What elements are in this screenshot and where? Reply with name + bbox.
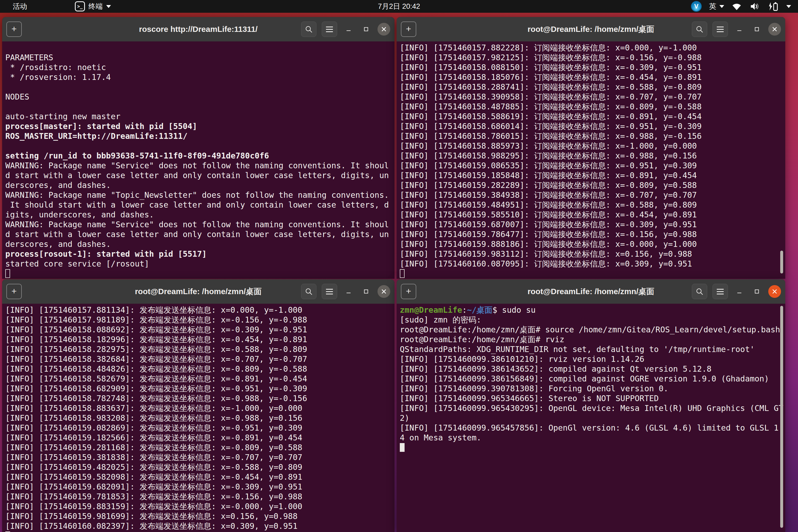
terminal-line <box>5 43 395 53</box>
terminal-line: zmn@DreamLife:~/桌面$ sudo su <box>400 305 785 315</box>
window-controls <box>301 21 390 37</box>
plus-icon: + <box>406 24 411 33</box>
menu-button[interactable] <box>322 21 337 37</box>
keyboard-layout-button[interactable]: 英 <box>709 2 724 11</box>
search-button[interactable] <box>301 21 317 37</box>
terminal-line: [INFO] [1751460159.983112]: 订阅端接收坐标信息: x… <box>400 249 785 259</box>
terminal-line: [INFO] [1751460159.585510]: 订阅端接收坐标信息: x… <box>400 210 785 220</box>
window-controls <box>692 21 781 37</box>
menu-button[interactable] <box>712 21 728 37</box>
terminal-app-icon: >_ <box>75 1 85 12</box>
terminal-line: setting /run_id to bbb93638-5741-11f0-8f… <box>5 151 395 160</box>
terminal-line: [INFO] [1751460158.582679]: 发布端发送坐标信息: x… <box>5 374 395 384</box>
menu-button[interactable] <box>712 284 728 299</box>
terminal-line: [INFO] [1751460158.390958]: 订阅端接收坐标信息: x… <box>400 92 785 102</box>
terminal-line: [INFO] [1751460158.088150]: 订阅端接收坐标信息: x… <box>400 62 785 72</box>
window-titlebar[interactable]: + root@DreamLife: /home/zmn/桌面 <box>397 17 785 41</box>
search-button[interactable] <box>301 284 317 299</box>
minimize-button[interactable] <box>733 285 745 298</box>
close-button[interactable] <box>768 23 781 36</box>
terminal-line: [INFO] [1751460099.386156849]: compiled … <box>400 374 785 384</box>
new-tab-button[interactable]: + <box>6 21 22 37</box>
terminal-line: derscores, and dashes. <box>5 180 395 190</box>
window-titlebar[interactable]: + root@DreamLife: /home/zmn/桌面 <box>2 279 395 304</box>
system-status-area[interactable] <box>732 1 791 12</box>
search-button[interactable] <box>692 21 707 37</box>
terminal-line: [INFO] [1751460159.582098]: 发布端发送坐标信息: x… <box>5 472 395 482</box>
search-icon <box>304 25 313 34</box>
terminal-line: [INFO] [1751460099.965457856]: OpenGl ve… <box>400 423 785 433</box>
chevron-down-icon <box>106 5 111 8</box>
terminal-line: [INFO] [1751460158.786015]: 订阅端接收坐标信息: x… <box>400 131 785 141</box>
terminal-line: [INFO] [1751460159.384938]: 订阅端接收坐标信息: x… <box>400 190 785 200</box>
window-title: root@DreamLife: /home/zmn/桌面 <box>135 286 262 297</box>
maximize-icon <box>754 288 760 295</box>
input-method-badge-icon[interactable]: V <box>691 1 702 12</box>
window-controls <box>692 284 781 299</box>
hamburger-menu-icon <box>717 26 724 32</box>
maximize-button[interactable] <box>751 285 763 298</box>
terminal-line <box>5 102 395 112</box>
terminal-line: [INFO] [1751460158.682909]: 发布端发送坐标信息: x… <box>5 384 395 394</box>
terminal-content[interactable]: zmn@DreamLife:~/桌面$ sudo su[sudo] zmn 的密… <box>397 304 785 532</box>
terminal-line: [INFO] [1751460159.182566]: 发布端发送坐标信息: x… <box>5 433 395 442</box>
window-titlebar[interactable]: + root@DreamLife: /home/zmn/桌面 <box>397 279 785 304</box>
hamburger-menu-icon <box>717 289 724 294</box>
terminal-line: root@DreamLife:/home/zmn/桌面# rviz <box>400 335 785 344</box>
terminal-line: [INFO] [1751460157.881134]: 发布端发送坐标信息: x… <box>5 305 395 315</box>
window-controls <box>301 284 390 299</box>
terminal-line: [INFO] [1751460158.883637]: 发布端发送坐标信息: x… <box>5 403 395 413</box>
terminal-line: [INFO] [1751460157.882228]: 订阅端接收坐标信息: x… <box>400 43 785 53</box>
menu-button[interactable] <box>322 284 337 299</box>
terminal-line: process[rosout-1]: started with pid [551… <box>5 249 395 259</box>
maximize-button[interactable] <box>360 23 372 35</box>
scrollbar[interactable] <box>780 251 783 273</box>
close-button[interactable] <box>378 285 390 298</box>
terminal-line: [INFO] [1751460158.988295]: 订阅端接收坐标信息: x… <box>400 151 785 160</box>
terminal-cursor <box>400 443 404 452</box>
volume-icon <box>750 2 760 11</box>
terminal-content[interactable]: [INFO] [1751460157.882228]: 订阅端接收坐标信息: x… <box>397 41 785 279</box>
window-shell-rviz: + root@DreamLife: /home/zmn/桌面 zmn@Dream… <box>397 279 785 532</box>
terminal-line: [INFO] [1751460157.981189]: 发布端发送坐标信息: x… <box>5 315 395 325</box>
close-button[interactable] <box>768 285 781 298</box>
search-icon <box>304 287 313 296</box>
terminal-line: [INFO] [1751460099.965346665]: Stereo is… <box>400 394 785 403</box>
gnome-top-bar: 活动 >_ 终端 7月2日 20:42 V 英 <box>0 0 798 13</box>
terminal-line: root@DreamLife:/home/zmn/桌面# source /hom… <box>400 325 785 335</box>
chevron-down-icon <box>719 5 724 8</box>
terminal-line: [INFO] [1751460158.588619]: 订阅端接收坐标信息: x… <box>400 112 785 121</box>
maximize-button[interactable] <box>751 23 763 35</box>
scrollbar[interactable] <box>780 306 783 528</box>
close-button[interactable] <box>378 23 390 36</box>
terminal-line: [sudo] zmn 的密码: <box>400 315 785 325</box>
top-bar-left: 活动 >_ 终端 <box>0 1 111 12</box>
new-tab-button[interactable]: + <box>401 21 416 37</box>
app-menu-terminal[interactable]: >_ 终端 <box>75 1 111 12</box>
terminal-content[interactable]: PARAMETERS * /rosdistro: noetic * /rosve… <box>2 41 395 279</box>
terminal-line: * /rosdistro: noetic <box>5 62 395 72</box>
top-bar-right: V 英 <box>691 1 798 12</box>
terminal-line: [INFO] [1751460099.386101210]: rviz vers… <box>400 354 785 364</box>
new-tab-button[interactable]: + <box>401 284 416 299</box>
window-titlebar[interactable]: + roscore http://DreamLife:11311/ <box>2 17 395 41</box>
window-title: root@DreamLife: /home/zmn/桌面 <box>528 24 654 35</box>
terminal-line: QStandardPaths: XDG_RUNTIME_DIR not set,… <box>400 344 785 354</box>
maximize-button[interactable] <box>360 285 372 298</box>
search-button[interactable] <box>692 284 707 299</box>
new-tab-button[interactable]: + <box>6 284 22 299</box>
terminal-line: [INFO] [1751460159.781853]: 发布端发送坐标信息: x… <box>5 492 395 501</box>
minimize-button[interactable] <box>342 285 355 298</box>
terminal-line: [INFO] [1751460158.382684]: 发布端发送坐标信息: x… <box>5 354 395 364</box>
terminal-content[interactable]: [INFO] [1751460157.881134]: 发布端发送坐标信息: x… <box>2 304 395 532</box>
terminal-line: [INFO] [1751460159.484951]: 订阅端接收坐标信息: x… <box>400 200 785 210</box>
activities-button[interactable]: 活动 <box>11 2 29 11</box>
minimize-button[interactable] <box>733 23 745 35</box>
terminal-line: started core service [/rosout] <box>5 259 395 269</box>
terminal-line: [INFO] [1751460158.282975]: 发布端发送坐标信息: x… <box>5 344 395 354</box>
terminal-line: ROS_MASTER_URI=http://DreamLife:11311/ <box>5 131 395 141</box>
minimize-button[interactable] <box>342 23 355 35</box>
terminal-line: [INFO] [1751460159.482025]: 发布端发送坐标信息: x… <box>5 462 395 472</box>
plus-icon: + <box>12 286 17 296</box>
clock-button[interactable]: 7月2日 20:42 <box>378 0 420 13</box>
